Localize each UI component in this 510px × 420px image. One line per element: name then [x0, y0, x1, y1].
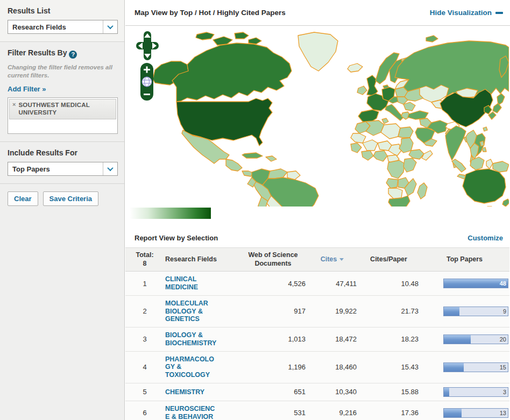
main-panel: Map View by Top / Hot / Highly Cited Pap… [125, 0, 510, 420]
clear-button[interactable]: Clear [8, 191, 38, 206]
zoom-out-icon [144, 94, 150, 95]
hide-visualization-link[interactable]: Hide Visualization [430, 9, 503, 17]
table-row: 3 BIOLOGY & BIOCHEMISTRY 1,013 18,472 18… [125, 328, 509, 352]
research-field-cell: CLINICAL MEDICINE [164, 272, 239, 296]
include-results-select[interactable]: Top Papers [8, 162, 118, 176]
table-row: 2 MOLECULAR BIOLOGY & GENETICS 917 19,92… [125, 295, 509, 327]
research-field-link[interactable]: CHEMISTRY [165, 388, 204, 396]
col-header-cites-paper[interactable]: Cites/Paper [358, 248, 420, 272]
sort-desc-icon [339, 258, 344, 261]
report-table: Total: 8 Research Fields Web of Science … [125, 247, 509, 420]
report-table-header-row: Total: 8 Research Fields Web of Science … [125, 248, 509, 272]
research-field-cell: CHEMISTRY [164, 383, 239, 401]
top-papers-cell: 15 [420, 351, 509, 383]
cites-paper-cell: 10.48 [358, 272, 420, 296]
col-header-cites[interactable]: Cites [307, 248, 358, 272]
top-papers-value: 9 [503, 308, 506, 315]
documents-cell: 1,196 [239, 351, 307, 383]
top-papers-cell: 9 [420, 295, 509, 327]
col-header-documents[interactable]: Web of Science Documents [239, 248, 307, 272]
filter-chip-label: SOUTHWEST MEDICAL UNIVERSITY [18, 101, 113, 117]
include-results-section: Include Results For Top Papers [0, 142, 124, 184]
top-papers-value: 48 [500, 280, 506, 287]
research-field-link[interactable]: MOLECULAR BIOLOGY & GENETICS [165, 300, 218, 323]
report-title: Report View by Selection [134, 234, 218, 242]
save-criteria-button[interactable]: Save Criteria [43, 191, 99, 206]
rank-cell: 5 [125, 383, 164, 401]
filter-chip[interactable]: × SOUTHWEST MEDICAL UNIVERSITY [9, 99, 116, 119]
top-papers-bar[interactable]: 20 [443, 334, 508, 344]
customize-link[interactable]: Customize [468, 234, 503, 242]
cites-paper-cell: 17.36 [358, 401, 420, 420]
sidebar: Results List Research Fields Filter Resu… [0, 0, 125, 420]
filter-by-heading: Filter Results By? [8, 48, 117, 59]
top-papers-bar[interactable]: 15 [443, 362, 508, 372]
results-list-select-arrow[interactable] [103, 20, 117, 33]
rank-cell: 2 [125, 295, 164, 327]
hide-visualization-label: Hide Visualization [430, 9, 492, 17]
cites-cell: 9,216 [307, 401, 358, 420]
help-icon[interactable]: ? [69, 51, 77, 59]
top-papers-bar-fill [444, 388, 449, 396]
research-field-link[interactable]: CLINICAL MEDICINE [165, 275, 218, 291]
map-zoom-control[interactable] [140, 62, 154, 103]
active-filters-box: × SOUTHWEST MEDICAL UNIVERSITY [8, 97, 118, 134]
total-label: Total: [126, 251, 163, 260]
col-header-total: Total: 8 [125, 248, 164, 272]
top-papers-bar-fill [444, 363, 464, 372]
research-field-link[interactable]: NEUROSCIENCE & BEHAVIOR [165, 405, 218, 420]
documents-cell: 651 [239, 383, 307, 401]
minus-icon [495, 12, 503, 14]
research-field-link[interactable]: PHARMACOLOGY & TOXICOLOGY [165, 355, 218, 379]
cites-cell: 18,472 [307, 328, 358, 352]
top-papers-bar[interactable]: 13 [443, 408, 508, 418]
globe-icon [142, 77, 152, 87]
research-field-link[interactable]: BIOLOGY & BIOCHEMISTRY [165, 331, 218, 347]
top-papers-bar-fill [444, 335, 471, 344]
table-row: 6 NEUROSCIENCE & BEHAVIOR 531 9,216 17.3… [125, 401, 509, 420]
top-papers-value: 20 [500, 336, 506, 343]
map-view-title: Map View by Top / Hot / Highly Cited Pap… [134, 9, 286, 17]
results-list-heading: Results List [8, 6, 117, 15]
rank-cell: 1 [125, 272, 164, 296]
include-results-heading: Include Results For [8, 148, 117, 157]
top-papers-value: 13 [500, 410, 506, 416]
top-papers-cell: 3 [420, 383, 509, 401]
rank-cell: 6 [125, 401, 164, 420]
top-papers-bar[interactable]: 3 [443, 387, 508, 397]
top-papers-bar[interactable]: 9 [443, 307, 508, 316]
documents-cell: 1,013 [239, 328, 307, 352]
map-pan-control[interactable] [136, 31, 159, 62]
cites-cell: 19,922 [307, 295, 358, 327]
chevron-down-icon [107, 23, 113, 29]
filter-by-label: Filter Results By [8, 48, 67, 57]
cites-paper-cell: 15.88 [358, 383, 420, 401]
research-field-cell: MOLECULAR BIOLOGY & GENETICS [164, 295, 239, 327]
rank-cell: 3 [125, 328, 164, 352]
add-filter-link[interactable]: Add Filter » [8, 85, 46, 93]
top-papers-value: 15 [500, 364, 506, 371]
results-list-section: Results List Research Fields [0, 0, 124, 42]
cites-paper-cell: 15.43 [358, 351, 420, 383]
research-field-cell: PHARMACOLOGY & TOXICOLOGY [164, 351, 239, 383]
top-papers-bar-fill [444, 307, 459, 316]
table-row: 5 CHEMISTRY 651 10,340 15.88 3 [125, 383, 509, 401]
chevron-down-icon [107, 165, 113, 171]
col-header-research-fields[interactable]: Research Fields [164, 248, 239, 272]
col-header-top-papers[interactable]: Top Papers [420, 248, 509, 272]
report-header: Report View by Selection Customize [125, 229, 510, 247]
sidebar-buttons: Clear Save Criteria [0, 184, 124, 213]
top-papers-bar-fill [444, 409, 462, 417]
include-results-select-arrow[interactable] [103, 162, 117, 175]
research-field-cell: NEUROSCIENCE & BEHAVIOR [164, 401, 239, 420]
map-color-legend [130, 208, 211, 219]
world-map[interactable] [127, 28, 509, 207]
total-value: 8 [126, 260, 163, 268]
cites-label: Cites [321, 255, 337, 264]
table-row: 1 CLINICAL MEDICINE 4,526 47,411 10.48 4… [125, 272, 509, 296]
top-papers-bar[interactable]: 48 [443, 279, 508, 288]
remove-filter-icon[interactable]: × [12, 101, 16, 117]
top-papers-value: 3 [503, 389, 506, 395]
results-list-select[interactable]: Research Fields [8, 20, 118, 34]
results-list-selected-value: Research Fields [8, 20, 103, 33]
